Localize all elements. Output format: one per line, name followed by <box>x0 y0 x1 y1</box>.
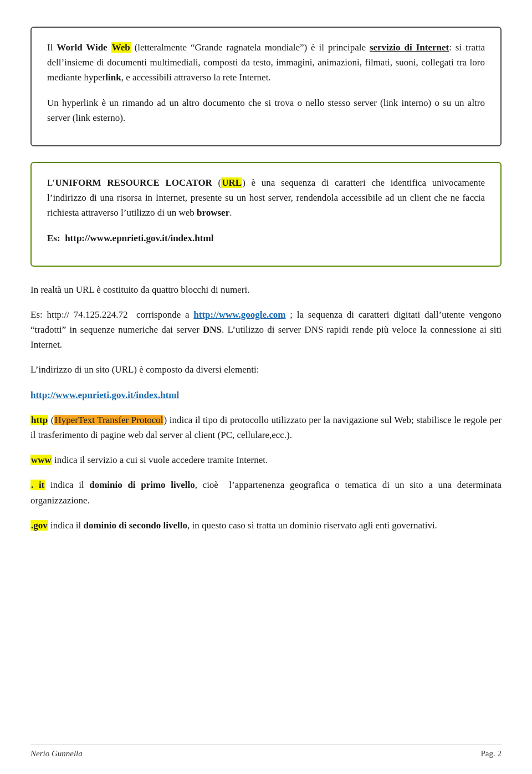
text-indirizzo-composto: L’indirizzo di un sito (URL) è composto … <box>30 364 259 375</box>
para-http-explain: http (HyperText Transfer Protocol) indic… <box>30 413 502 442</box>
text-gov-highlight: .gov <box>30 520 48 531</box>
text-http-open-paren: ( <box>48 415 54 425</box>
para-url-example: Es: http://www.epnrieti.gov.it/index.htm… <box>47 231 485 246</box>
para-full-url: http://www.epnrieti.gov.it/index.html <box>30 388 502 403</box>
section-url-box: L’UNIFORM RESOURCE LOCATOR (URL) è una s… <box>30 162 502 267</box>
text-gov-rest: , in questo caso si tratta un dominio ri… <box>187 520 437 531</box>
text-servizio-internet: servizio di Internet <box>370 42 449 53</box>
text-web-highlight: Web <box>111 42 131 53</box>
text-www-explain: indica il servizio a cui si vuole accede… <box>52 455 268 465</box>
para-elements-intro: L’indirizzo di un sito (URL) è composto … <box>30 362 502 377</box>
para-ip-example: Es: http:// 74.125.224.72 corrisponde a … <box>30 307 502 353</box>
page: Il World Wide Web (letteralmente “Grande… <box>0 0 532 774</box>
text-letteralmente: (letteralmente “Grande ragnatela mondial… <box>131 42 370 53</box>
para-hyperlink: Un hyperlink è un rimando ad un altro do… <box>47 95 485 125</box>
link-full-url[interactable]: http://www.epnrieti.gov.it/index.html <box>30 390 179 400</box>
text-e-accessibili: , e accessibili attraverso la rete Inter… <box>121 72 271 83</box>
link-google[interactable]: http://www.google.com <box>193 309 285 320</box>
text-il: Il <box>47 42 57 53</box>
footer-page: Pag. 2 <box>481 749 502 758</box>
text-url-blocks-intro: In realtà un URL è costituito da quattro… <box>30 284 249 295</box>
text-link-bold: link <box>105 72 121 83</box>
text-l-uniform-prefix: L’UNIFORM RESOURCE LOCATOR (URL) è una s… <box>47 177 485 218</box>
text-it-indica: indica il <box>45 480 89 490</box>
footer: Nerio Gunnella Pag. 2 <box>30 745 502 758</box>
text-es-ip: Es: http:// 74.125.224.72 corrisponde a <box>30 309 193 320</box>
text-http-protocol-highlight: HyperText Transfer Protocol <box>54 415 164 425</box>
section-wwww-box: Il World Wide Web (letteralmente “Grande… <box>30 27 502 146</box>
text-dns: DNS <box>203 324 222 335</box>
text-url-example: http://www.epnrieti.gov.it/index.html <box>65 233 213 243</box>
footer-author: Nerio Gunnella <box>30 749 83 758</box>
para-wwww: Il World Wide Web (letteralmente “Grande… <box>47 40 485 85</box>
text-dominio-secondo: dominio di secondo livello <box>83 520 187 531</box>
main-content: Il World Wide Web (letteralmente “Grande… <box>30 27 502 576</box>
para-www-explain: www indica il servizio a cui si vuole ac… <box>30 452 502 467</box>
para-it-explain: . it indica il dominio di primo livello,… <box>30 477 502 507</box>
text-gov-indica: indica il <box>48 520 84 531</box>
para-url: L’UNIFORM RESOURCE LOCATOR (URL) è una s… <box>47 175 485 221</box>
text-world-wide: World Wide <box>57 42 107 53</box>
para-url-blocks: In realtà un URL è costituito da quattro… <box>30 282 502 297</box>
text-www-highlight: www <box>30 455 52 465</box>
text-http-highlight: http <box>30 415 48 425</box>
para-gov-explain: .gov indica il dominio di secondo livell… <box>30 518 502 533</box>
text-it-highlight: . it <box>30 480 45 490</box>
text-dominio-primo: dominio di primo livello <box>89 480 195 490</box>
text-hyperlink-explain: Un hyperlink è un rimando ad un altro do… <box>47 98 485 123</box>
text-es-label: Es: <box>47 233 65 243</box>
